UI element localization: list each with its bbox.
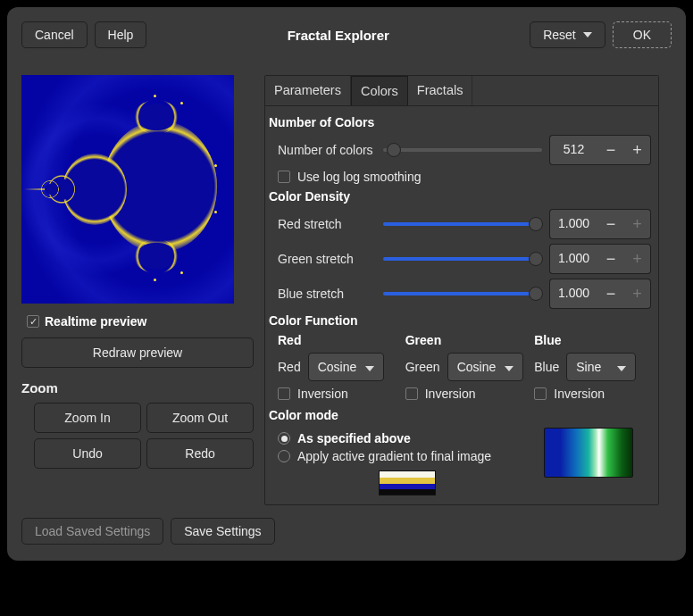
red-stretch-slider[interactable] xyxy=(383,215,542,233)
red-stretch-value[interactable]: 1.000 xyxy=(549,209,597,239)
func-title: Color Function xyxy=(269,313,651,328)
num-colors-label: Number of colors xyxy=(269,143,376,157)
func-red-select[interactable]: Cosine xyxy=(308,353,385,381)
red-stretch-label: Red stretch xyxy=(269,217,376,231)
red-inversion-label: Inversion xyxy=(297,387,348,401)
red-stretch-stepper: 1.000 − + xyxy=(549,209,651,239)
num-colors-value[interactable]: 512 xyxy=(549,135,597,165)
density-title: Color Density xyxy=(269,189,651,204)
mode-opt2-label: Apply active gradient to final image xyxy=(297,449,491,463)
func-green-select[interactable]: Cosine xyxy=(447,353,524,381)
left-column: Realtime preview Redraw preview Zoom Zoo… xyxy=(21,75,254,505)
mode-opt1-radio[interactable] xyxy=(278,432,290,445)
loglog-label: Use log log smoothing xyxy=(297,170,422,184)
red-stretch-row: Red stretch 1.000 − + xyxy=(269,209,651,239)
func-green-value: Cosine xyxy=(457,360,497,374)
redo-button[interactable]: Redo xyxy=(146,438,254,469)
reset-button[interactable]: Reset xyxy=(530,21,605,48)
zoom-in-button[interactable]: Zoom In xyxy=(34,403,141,433)
color-function-grid: Red Green Blue Red Cosine Green Cosine xyxy=(269,333,651,401)
func-head-blue: Blue xyxy=(534,333,651,347)
blue-stretch-stepper: 1.000 − + xyxy=(549,279,651,309)
num-colors-increment[interactable]: + xyxy=(624,135,651,165)
realtime-preview-label: Realtime preview xyxy=(45,314,146,329)
blue-stretch-value[interactable]: 1.000 xyxy=(549,279,597,309)
right-column: Parameters Colors Fractals Number of Col… xyxy=(264,75,659,505)
blue-inversion-checkbox[interactable] xyxy=(534,387,547,400)
blue-stretch-row: Blue stretch 1.000 − + xyxy=(269,279,651,309)
redraw-preview-button[interactable]: Redraw preview xyxy=(21,337,254,368)
green-stretch-row: Green stretch 1.000 − + xyxy=(269,244,651,274)
func-red-inversion: Inversion xyxy=(278,387,395,401)
mode-grid: As specified above Apply active gradient… xyxy=(269,428,651,495)
colors-panel: Number of Colors Number of colors 512 − … xyxy=(265,106,658,504)
chevron-down-icon xyxy=(505,360,513,374)
mode-gradient-cell xyxy=(544,428,651,478)
func-blue-inversion: Inversion xyxy=(534,387,651,401)
load-settings-button[interactable]: Load Saved Settings xyxy=(21,518,163,545)
red-stretch-increment[interactable]: + xyxy=(624,209,651,239)
red-stretch-decrement[interactable]: − xyxy=(597,209,624,239)
undo-button[interactable]: Undo xyxy=(34,438,141,469)
realtime-preview-row: Realtime preview xyxy=(21,312,254,337)
mode-title: Color mode xyxy=(269,408,651,422)
func-green-cell: Green Cosine xyxy=(405,353,524,381)
zoom-title: Zoom xyxy=(21,380,254,395)
zoom-buttons: Zoom In Zoom Out Undo Redo xyxy=(21,403,254,469)
mode-opt1-row: As specified above xyxy=(278,431,537,445)
blue-stretch-decrement[interactable]: − xyxy=(597,279,624,309)
help-button[interactable]: Help xyxy=(95,21,147,48)
mode-options: As specified above Apply active gradient… xyxy=(278,428,537,495)
green-stretch-decrement[interactable]: − xyxy=(597,244,624,274)
tab-colors[interactable]: Colors xyxy=(351,76,408,105)
func-red-value: Cosine xyxy=(318,360,357,374)
result-gradient-preview[interactable] xyxy=(544,428,633,478)
mode-opt1-label: As specified above xyxy=(297,431,411,445)
red-inversion-checkbox[interactable] xyxy=(278,387,290,400)
realtime-preview-checkbox[interactable] xyxy=(27,315,39,328)
loglog-row: Use log log smoothing xyxy=(269,170,651,184)
blue-stretch-increment[interactable]: + xyxy=(624,279,651,309)
main-area: Realtime preview Redraw preview Zoom Zoo… xyxy=(21,75,672,505)
num-colors-slider[interactable] xyxy=(383,141,542,159)
loglog-checkbox[interactable] xyxy=(278,171,290,183)
func-blue-cell: Blue Sine xyxy=(534,353,651,381)
green-stretch-slider[interactable] xyxy=(383,250,542,268)
tab-parameters[interactable]: Parameters xyxy=(265,76,351,105)
green-stretch-label: Green stretch xyxy=(269,252,376,266)
num-colors-title: Number of Colors xyxy=(269,115,651,129)
func-red-label: Red xyxy=(278,360,301,374)
green-stretch-value[interactable]: 1.000 xyxy=(549,244,597,274)
green-inversion-label: Inversion xyxy=(425,387,476,401)
func-blue-label: Blue xyxy=(534,360,559,374)
func-green-inversion: Inversion xyxy=(405,387,524,401)
func-green-label: Green xyxy=(405,360,440,374)
func-blue-value: Sine xyxy=(576,360,601,374)
blue-stretch-label: Blue stretch xyxy=(269,287,376,301)
green-inversion-checkbox[interactable] xyxy=(405,387,418,400)
reset-label: Reset xyxy=(543,28,576,42)
func-red-cell: Red Cosine xyxy=(278,353,395,381)
fractal-preview xyxy=(21,75,234,304)
num-colors-stepper: 512 − + xyxy=(549,135,651,165)
mode-opt2-row: Apply active gradient to final image xyxy=(278,449,537,463)
zoom-out-button[interactable]: Zoom Out xyxy=(146,403,254,433)
ok-button[interactable]: OK xyxy=(613,21,672,48)
green-stretch-increment[interactable]: + xyxy=(624,244,651,274)
mode-opt2-radio[interactable] xyxy=(278,450,290,462)
active-gradient-preview[interactable] xyxy=(379,470,436,495)
cancel-button[interactable]: Cancel xyxy=(21,21,88,48)
chevron-down-icon xyxy=(617,360,626,374)
save-settings-button[interactable]: Save Settings xyxy=(171,518,274,545)
blue-stretch-slider[interactable] xyxy=(383,285,542,303)
tab-fractals[interactable]: Fractals xyxy=(408,76,473,105)
func-head-green: Green xyxy=(405,333,524,347)
title-bar: Cancel Help Fractal Explorer Reset OK xyxy=(21,21,672,48)
num-colors-decrement[interactable]: − xyxy=(597,135,624,165)
func-head-red: Red xyxy=(278,333,395,347)
dialog-title: Fractal Explorer xyxy=(154,28,522,43)
num-colors-row: Number of colors 512 − + xyxy=(269,135,651,165)
func-blue-select[interactable]: Sine xyxy=(566,353,636,381)
bottom-bar: Load Saved Settings Save Settings xyxy=(21,518,672,545)
tab-bar: Parameters Colors Fractals xyxy=(265,76,658,106)
